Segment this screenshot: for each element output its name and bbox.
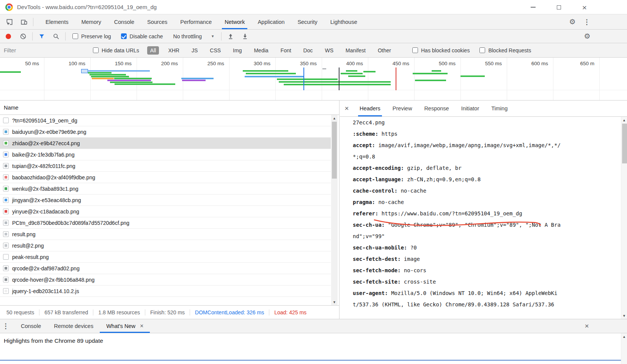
request-row[interactable]: PCtm_d9c8750bed0b3c7d089fa7d55720d6cf.pn… — [0, 217, 331, 229]
name-column-header[interactable]: Name — [0, 100, 339, 115]
throttling-select[interactable]: No throttling ▾ — [173, 33, 214, 39]
filter-type-all[interactable]: All — [147, 46, 159, 55]
request-table: Name ?tn=62095104_19_oem_dgbaiduyun@2x-e… — [0, 100, 339, 319]
request-row[interactable]: jquery-1-edb203c114.10.2.js — [0, 286, 331, 297]
file-img-icon — [3, 152, 9, 157]
detail-tab-preview[interactable]: Preview — [387, 100, 418, 116]
scroll-down-icon[interactable] — [621, 312, 627, 319]
drawer-tab-console[interactable]: Console — [14, 319, 47, 333]
filter-type-js[interactable]: JS — [189, 46, 201, 55]
more-options-icon[interactable] — [582, 14, 592, 29]
window-maximize-button[interactable] — [550, 0, 567, 14]
scroll-up-icon[interactable] — [621, 333, 627, 340]
scroll-up-icon[interactable] — [331, 115, 338, 121]
timeline-tick-label: 50 ms — [25, 61, 39, 66]
settings-gear-icon[interactable] — [567, 14, 578, 29]
request-row[interactable]: zhidao@2x-e9b427ecc4.png — [0, 138, 331, 149]
filter-type-other[interactable]: Other — [375, 46, 394, 55]
inspect-element-button[interactable] — [4, 17, 15, 27]
request-row[interactable]: result.png — [0, 229, 331, 240]
waterfall-bar — [284, 84, 391, 85]
window-minimize-button[interactable] — [524, 0, 542, 14]
hide-data-urls-checkbox[interactable]: Hide data URLs — [93, 47, 139, 53]
disable-cache-label: Disable cache — [130, 33, 163, 39]
close-icon[interactable]: × — [140, 323, 143, 329]
export-har-button[interactable] — [240, 31, 250, 42]
preserve-log-checkbox[interactable]: Preserve log — [72, 33, 111, 39]
request-row[interactable]: baiduyun@2x-e0be79e69e.png — [0, 126, 331, 138]
request-list-scrollbar[interactable] — [331, 115, 338, 305]
filter-type-ws[interactable]: WS — [322, 46, 337, 55]
tab-application[interactable]: Application — [251, 14, 291, 29]
blocked-requests-checkbox[interactable]: Blocked Requests — [479, 47, 531, 53]
detail-tab-headers[interactable]: Headers — [354, 100, 387, 116]
timeline-tick-label: 100 ms — [69, 61, 85, 66]
drawer-scrollbar[interactable] — [621, 333, 627, 364]
has-blocked-cookies-checkbox[interactable]: Has blocked cookies — [412, 47, 470, 53]
close-drawer-button[interactable] — [581, 319, 592, 333]
timeline-event-line — [396, 67, 396, 90]
drawer-menu-icon[interactable] — [0, 319, 11, 333]
search-button[interactable] — [51, 31, 61, 42]
clear-network-log-button[interactable] — [18, 31, 28, 42]
request-row[interactable]: ?tn=62095104_19_oem_dg — [0, 115, 331, 126]
details-scrollbar[interactable] — [621, 117, 627, 319]
scroll-up-icon[interactable] — [621, 117, 627, 123]
throttling-value: No throttling — [173, 33, 202, 39]
filter-type-xhr[interactable]: XHR — [165, 46, 182, 55]
scrollbar-thumb[interactable] — [332, 122, 337, 179]
close-details-button[interactable] — [341, 100, 352, 116]
tab-sources[interactable]: Sources — [141, 14, 174, 29]
tab-security[interactable]: Security — [291, 14, 324, 29]
scroll-down-icon[interactable] — [331, 299, 338, 305]
window-close-button[interactable] — [576, 0, 593, 14]
filter-type-doc[interactable]: Doc — [300, 46, 316, 55]
request-row[interactable]: jingyan@2x-e53eac48cb.png — [0, 195, 331, 206]
filter-type-manifest[interactable]: Manifest — [343, 46, 369, 55]
request-name: yinyue@2x-c18adacacb.png — [12, 209, 79, 215]
detail-tab-response[interactable]: Response — [418, 100, 455, 116]
toolbar-separator — [33, 18, 33, 26]
request-name: jingyan@2x-e53eac48cb.png — [12, 197, 81, 203]
waterfall-overview[interactable]: 50 ms100 ms150 ms200 ms250 ms300 ms350 m… — [0, 58, 627, 100]
tab-network[interactable]: Network — [218, 14, 251, 29]
scrollbar-thumb[interactable] — [622, 124, 627, 163]
filter-input[interactable] — [0, 47, 88, 53]
disable-cache-checkbox[interactable]: Disable cache — [121, 33, 163, 39]
record-button[interactable] — [6, 34, 11, 39]
request-row[interactable]: baike@2x-1fe3db7fa6.png — [0, 149, 331, 160]
request-row[interactable]: baobaozhidao@2x-af409f9dbe.png — [0, 172, 331, 183]
drawer-tab-what-s-new[interactable]: What's New× — [100, 319, 150, 333]
detail-tab-timing[interactable]: Timing — [485, 100, 514, 116]
drawer-tab-remote-devices[interactable]: Remote devices — [47, 319, 100, 333]
import-har-button[interactable] — [225, 31, 236, 42]
request-row[interactable]: qrcode@2x-daf987ad02.png — [0, 263, 331, 274]
request-row[interactable]: qrcode-hover@2x-f9b106a848.png — [0, 274, 331, 286]
drawer-tab-label: Console — [21, 323, 41, 329]
header-value: https://www.baidu.com/?tn=62095104_19_oe… — [382, 210, 522, 217]
filter-type-css[interactable]: CSS — [207, 46, 224, 55]
request-row[interactable]: tupian@2x-482fc011fc.png — [0, 160, 331, 172]
tab-performance[interactable]: Performance — [174, 14, 218, 29]
request-row[interactable]: peak-result.png — [0, 251, 331, 263]
waterfall-bar — [346, 70, 357, 72]
request-name: tupian@2x-482fc011fc.png — [12, 163, 75, 169]
filter-type-font[interactable]: Font — [278, 46, 294, 55]
request-row[interactable]: wenku@2x-f3aba893c1.png — [0, 183, 331, 195]
tab-elements[interactable]: Elements — [39, 14, 75, 29]
request-row[interactable]: result@2.png — [0, 240, 331, 251]
tab-console[interactable]: Console — [108, 14, 141, 29]
network-settings-gear-icon[interactable] — [581, 30, 593, 43]
device-toolbar-button[interactable] — [19, 17, 29, 27]
tab-memory[interactable]: Memory — [75, 14, 107, 29]
has-blocked-cookies-label: Has blocked cookies — [421, 47, 470, 53]
tab-lighthouse[interactable]: Lighthouse — [324, 14, 364, 29]
filter-type-img[interactable]: Img — [230, 46, 245, 55]
checkbox-icon — [93, 47, 99, 53]
request-row[interactable]: yinyue@2x-c18adacacb.png — [0, 206, 331, 217]
waterfall-bar — [114, 78, 152, 79]
filter-toggle-button[interactable] — [36, 31, 47, 42]
status-bar: 50 requests657 kB transferred1.8 MB reso… — [0, 305, 339, 319]
filter-type-media[interactable]: Media — [251, 46, 271, 55]
detail-tab-initiator[interactable]: Initiator — [455, 100, 486, 116]
